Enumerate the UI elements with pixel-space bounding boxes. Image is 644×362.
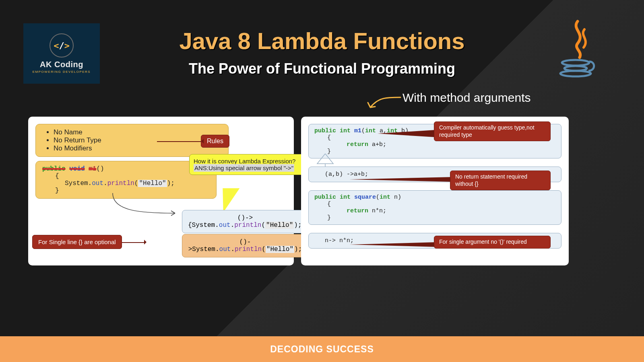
kw-public: public — [42, 165, 66, 173]
code-string: "Hello" — [138, 180, 167, 187]
arg-n: n) — [394, 194, 401, 201]
code-paren-close: ); — [167, 180, 175, 187]
slide-subtitle: The Power of Functional Programming — [0, 60, 644, 77]
lambda-without-braces: ()->System.out.println("Hello"); — [182, 234, 308, 257]
code-system: System. — [65, 180, 92, 187]
lambda-with-braces: ()->{System.out.println("Hello");} — [182, 210, 308, 233]
brace-close: } — [314, 214, 555, 221]
answer-text: Using special arrow symbol "->" — [208, 165, 293, 171]
expr: n*n; — [372, 208, 386, 214]
paren-open: ( — [376, 194, 380, 201]
code-out: out — [92, 180, 103, 187]
callout-no-parens: For single argument no '()' required — [434, 236, 551, 249]
rule-item: No Modifiers — [54, 144, 221, 152]
code-dot: . — [103, 180, 107, 187]
left-panel: No Name No Return Type No Modifiers Rule… — [28, 117, 294, 265]
slide-title: Java 8 Lambda Functions — [0, 27, 644, 54]
section-arrow-icon — [362, 93, 402, 113]
callout-arrow-icon — [349, 242, 438, 247]
callout-compiler-guess: Compiler automatically guess type,not re… — [434, 121, 551, 141]
answer-label: ANS: — [194, 165, 208, 171]
rules-box: No Name No Return Type No Modifiers Rule… — [35, 124, 229, 157]
kw-void: void — [69, 165, 85, 173]
rules-callout: Rules — [201, 135, 229, 148]
kw-int: int — [380, 194, 394, 201]
method-parens: () — [96, 165, 104, 173]
single-line-callout: For Single line {} are optional — [32, 235, 122, 249]
speech-tail-icon — [219, 188, 240, 212]
callout-arrow-icon — [378, 130, 442, 138]
footer-bar: DECODING SUCCESS — [0, 336, 644, 362]
question-callout: How it is convey Lambda Expression? ANS:… — [189, 154, 310, 175]
footer-text: DECODING SUCCESS — [270, 344, 374, 355]
question-text: How it is convey Lambda Expression? — [194, 158, 305, 165]
paren-open: ( — [361, 128, 365, 134]
method-name: m1 — [89, 165, 96, 173]
rule-item: No Name — [54, 128, 221, 136]
code-println: println — [107, 180, 134, 187]
kw-public-int: public int — [314, 128, 354, 134]
method-name: m1 — [354, 128, 361, 134]
code-string: "Hello" — [266, 246, 294, 253]
kw-return: return — [347, 208, 372, 214]
curve-arrow-icon — [109, 191, 181, 219]
kw-public-int: public int — [314, 194, 354, 201]
brace-open: { — [314, 201, 555, 208]
kw-return: return — [347, 141, 372, 148]
right-panel: public int m1(int a,int b) { return a+b;… — [301, 117, 569, 265]
brace-close: } — [314, 148, 555, 155]
callout-no-return: No return statement required without {} — [450, 171, 551, 190]
code-box-square: public int square(int n) { return n*n; } — [308, 190, 561, 225]
rule-item: No Return Type — [54, 136, 221, 144]
section-label: With method arguments — [402, 91, 530, 105]
code-string: "Hello" — [265, 222, 294, 229]
method-name: square — [354, 194, 376, 201]
expr: a+b; — [372, 141, 386, 148]
brace-open: { — [42, 173, 210, 180]
callout-arrow-icon — [349, 177, 454, 182]
